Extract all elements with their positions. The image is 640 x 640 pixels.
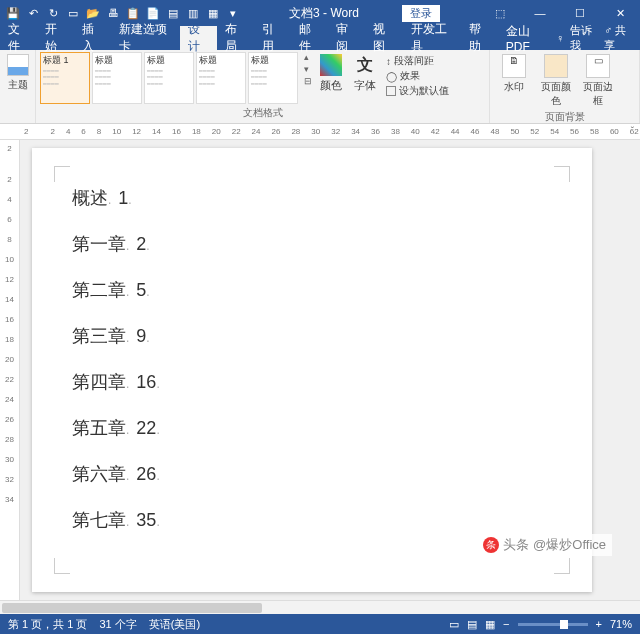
horizontal-ruler[interactable]: 2246810121416182022242628303234363840424… bbox=[0, 124, 640, 140]
tab-引用[interactable]: 引用 bbox=[254, 26, 291, 50]
tab-插入[interactable]: 插入 bbox=[74, 26, 111, 50]
page-scroll-area[interactable]: 概述.1.第一章.2.第二章.5.第三章.9.第四章.16.第五章.22.第六章… bbox=[20, 140, 640, 600]
tab-新建选项卡[interactable]: 新建选项卡 bbox=[111, 26, 180, 50]
tab-文件[interactable]: 文件 bbox=[0, 26, 37, 50]
toc-line[interactable]: 第二章.5. bbox=[72, 278, 552, 302]
set-default-button[interactable]: 设为默认值 bbox=[386, 84, 449, 98]
paragraph-spacing[interactable]: ↕ 段落间距 bbox=[386, 54, 449, 68]
margin-corner bbox=[54, 166, 70, 182]
tab-布局[interactable]: 布局 bbox=[217, 26, 254, 50]
tab-邮件[interactable]: 邮件 bbox=[291, 26, 328, 50]
open-icon[interactable]: 📂 bbox=[84, 4, 102, 22]
group-label-background: 页面背景 bbox=[494, 110, 635, 125]
toc-line[interactable]: 第六章.26. bbox=[72, 462, 552, 486]
group-label-format: 文档格式 bbox=[40, 106, 485, 121]
style-preset[interactable]: 标题━━━━━━━━━━━━ bbox=[196, 52, 246, 104]
status-language[interactable]: 英语(美国) bbox=[149, 617, 200, 632]
tab-金山PDF[interactable]: 金山PDF bbox=[498, 26, 556, 50]
credit-watermark: 条 头条 @爆炒Office bbox=[477, 534, 612, 556]
effects-button[interactable]: ◯ 效果 bbox=[386, 69, 449, 83]
toc-line[interactable]: 第一章.2. bbox=[72, 232, 552, 256]
qat-item[interactable]: ▥ bbox=[184, 4, 202, 22]
page-border-button[interactable]: ▭页面边框 bbox=[580, 54, 616, 108]
status-bar: 第 1 页，共 1 页 31 个字 英语(美国) ▭ ▤ ▦ − + 71% bbox=[0, 614, 640, 634]
tell-me[interactable]: 告诉我 bbox=[570, 23, 598, 53]
save-icon[interactable]: 💾 bbox=[4, 4, 22, 22]
redo-icon[interactable]: ↻ bbox=[44, 4, 62, 22]
zoom-level[interactable]: 71% bbox=[610, 618, 632, 630]
margin-corner bbox=[54, 558, 70, 574]
toc-line[interactable]: 第四章.16. bbox=[72, 370, 552, 394]
new-icon[interactable]: ▭ bbox=[64, 4, 82, 22]
gallery-down-icon[interactable]: ▾ bbox=[304, 64, 312, 74]
tab-设计[interactable]: 设计 bbox=[180, 26, 217, 50]
view-print-icon[interactable]: ▤ bbox=[467, 618, 477, 631]
tab-开始[interactable]: 开始 bbox=[37, 26, 74, 50]
style-preset[interactable]: 标题━━━━━━━━━━━━ bbox=[144, 52, 194, 104]
print-icon[interactable]: 🖶 bbox=[104, 4, 122, 22]
tab-审阅[interactable]: 审阅 bbox=[328, 26, 365, 50]
watermark-button[interactable]: 🗎水印 bbox=[496, 54, 532, 94]
tab-帮助[interactable]: 帮助 bbox=[461, 26, 498, 50]
copy-icon[interactable]: 📄 bbox=[144, 4, 162, 22]
vertical-ruler[interactable]: 2246810121416182022242628303234 bbox=[0, 140, 20, 600]
zoom-in-icon[interactable]: + bbox=[596, 618, 602, 630]
workspace: 2246810121416182022242628303234 概述.1.第一章… bbox=[0, 140, 640, 600]
toc-line[interactable]: 第五章.22. bbox=[72, 416, 552, 440]
collapse-ribbon-icon[interactable]: ˇ bbox=[631, 126, 634, 137]
status-word-count[interactable]: 31 个字 bbox=[99, 617, 136, 632]
view-read-icon[interactable]: ▭ bbox=[449, 618, 459, 631]
document-page[interactable]: 概述.1.第一章.2.第二章.5.第三章.9.第四章.16.第五章.22.第六章… bbox=[32, 148, 592, 592]
undo-icon[interactable]: ↶ bbox=[24, 4, 42, 22]
window-title: 文档3 - Word bbox=[246, 5, 402, 22]
margin-corner bbox=[554, 558, 570, 574]
qat-item[interactable]: ▤ bbox=[164, 4, 182, 22]
style-gallery[interactable]: 标题 1━━━━━━━━━━━━标题━━━━━━━━━━━━标题━━━━━━━━… bbox=[40, 52, 298, 104]
colors-button[interactable]: 颜色 bbox=[316, 52, 346, 93]
tab-视图[interactable]: 视图 bbox=[365, 26, 402, 50]
horizontal-scrollbar[interactable] bbox=[0, 600, 640, 614]
toc-line[interactable]: 第三章.9. bbox=[72, 324, 552, 348]
style-preset[interactable]: 标题━━━━━━━━━━━━ bbox=[248, 52, 298, 104]
themes-button[interactable]: 主题 bbox=[4, 52, 31, 92]
page-color-button[interactable]: 页面颜色 bbox=[538, 54, 574, 108]
credit-icon: 条 bbox=[483, 537, 499, 553]
ribbon-tabs: 文件开始插入新建选项卡设计布局引用邮件审阅视图开发工具帮助金山PDF ♀ 告诉我… bbox=[0, 26, 640, 50]
zoom-out-icon[interactable]: − bbox=[503, 618, 509, 630]
style-preset[interactable]: 标题 1━━━━━━━━━━━━ bbox=[40, 52, 90, 104]
quick-access-toolbar: 💾 ↶ ↻ ▭ 📂 🖶 📋 📄 ▤ ▥ ▦ ▾ bbox=[0, 4, 246, 22]
gallery-more-icon[interactable]: ⊟ bbox=[304, 76, 312, 86]
style-preset[interactable]: 标题━━━━━━━━━━━━ bbox=[92, 52, 142, 104]
view-web-icon[interactable]: ▦ bbox=[485, 618, 495, 631]
ribbon: 主题 标题 1━━━━━━━━━━━━标题━━━━━━━━━━━━标题━━━━━… bbox=[0, 50, 640, 124]
status-page[interactable]: 第 1 页，共 1 页 bbox=[8, 617, 87, 632]
gallery-up-icon[interactable]: ▴ bbox=[304, 52, 312, 62]
fonts-button[interactable]: 文字体 bbox=[350, 52, 380, 93]
share-button[interactable]: ♂ 共享 bbox=[604, 23, 632, 53]
paste-icon[interactable]: 📋 bbox=[124, 4, 142, 22]
zoom-slider[interactable] bbox=[518, 623, 588, 626]
scrollbar-thumb[interactable] bbox=[2, 603, 262, 613]
toc-line[interactable]: 第七章.35. bbox=[72, 508, 552, 532]
tab-开发工具[interactable]: 开发工具 bbox=[403, 26, 461, 50]
table-icon[interactable]: ▦ bbox=[204, 4, 222, 22]
qat-dropdown-icon[interactable]: ▾ bbox=[224, 4, 242, 22]
margin-corner bbox=[554, 166, 570, 182]
toc-line[interactable]: 概述.1. bbox=[72, 186, 552, 210]
tell-me-icon[interactable]: ♀ bbox=[556, 32, 564, 44]
login-button[interactable]: 登录 bbox=[402, 5, 440, 22]
